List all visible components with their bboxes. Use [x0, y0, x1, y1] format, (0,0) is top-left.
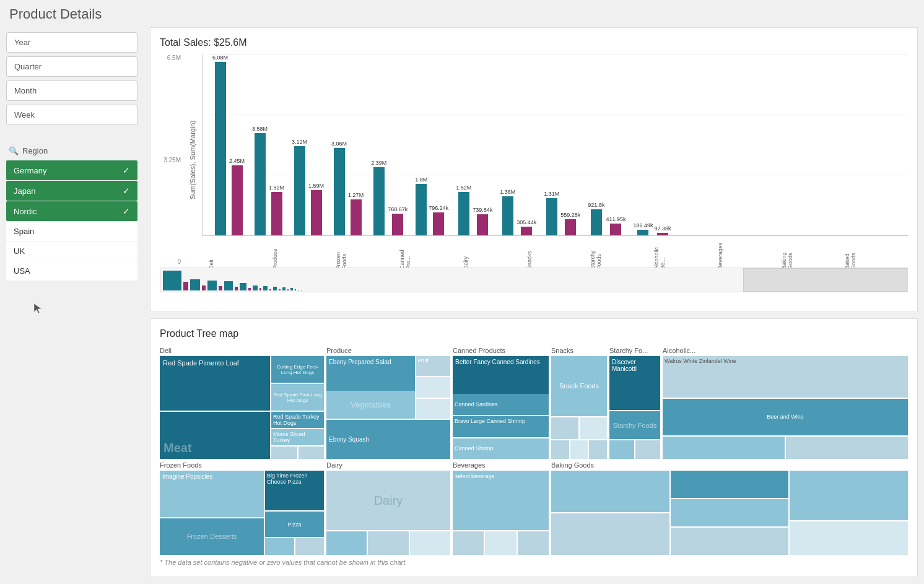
chart-minimap[interactable] — [160, 268, 908, 292]
region-item-spain[interactable]: Spain — [6, 222, 137, 241]
bar-canned-margin — [351, 199, 362, 235]
region-item-usa[interactable]: USA — [6, 261, 137, 281]
treemap-cell-baking1[interactable] — [551, 471, 669, 512]
treemap-cell-turkey-hotdogs[interactable]: Red Spade Turkey Hot Dogs — [271, 412, 324, 428]
bar-group-baking[interactable]: 921.8k 411.95k — [584, 202, 629, 235]
bar-produce-sales — [255, 133, 266, 235]
treemap-cell-baking5[interactable] — [671, 528, 789, 555]
bar-group-snacks[interactable]: 1.8M 796.24k — [411, 177, 452, 235]
treemap-cell-bev-sub1[interactable] — [453, 531, 484, 555]
bar-group-canned[interactable]: 3.06M 1.27M — [328, 141, 367, 235]
bar-group-frozen[interactable]: 3.12M 1.59M — [288, 139, 328, 235]
treemap-cell-bev-sub3[interactable] — [518, 531, 549, 555]
treemap-cell-deli-small1[interactable] — [271, 447, 297, 459]
treemap-produce[interactable]: Produce Ebony Prepared Salad Vegetables … — [326, 347, 450, 459]
treemap-cell-canned-shrimp[interactable]: Canned Shrimp — [453, 438, 549, 460]
bar-starchy-margin — [477, 214, 488, 235]
bar-label-canned-sales: 3.06M — [331, 141, 347, 147]
treemap-cell-red-spade-pimento[interactable]: Red Spade Pimento Loaf — [160, 356, 270, 411]
treemap-cell-cheese-pizza[interactable]: Big Time Frozen Cheese Pizza — [265, 471, 324, 510]
region-list: Germany ✓ Japan ✓ Nordic ✓ Spain UK — [6, 160, 137, 281]
treemap-cell-canned-sardines[interactable]: Canned Sardines — [453, 394, 549, 414]
treemap-cell-pizza[interactable]: Pizza — [265, 512, 324, 537]
bar-group-beverages[interactable]: 1.31M 559.28k — [540, 191, 584, 235]
treemap-cell-snacks-small5[interactable] — [589, 440, 607, 459]
treemap-cell-alc-small2[interactable] — [786, 437, 908, 460]
filter-quarter[interactable]: Quarter — [6, 56, 137, 77]
treemap-cell-frozen-small2[interactable] — [295, 538, 325, 555]
treemap-alcoholic[interactable]: Alcoholic... Walrus White Zinfandel Wine… — [663, 347, 908, 459]
bar-label-baking-sales: 921.8k — [588, 202, 604, 208]
treemap-cell-starchy-small2[interactable] — [635, 440, 660, 459]
bar-group-deli[interactable]: 6.08M 2.45M — [209, 54, 248, 235]
treemap-baking[interactable]: Baking Goods — [551, 461, 908, 555]
treemap-cell-snack-foods[interactable]: Snack Foods — [551, 356, 607, 416]
treemap-cell-zinfandel[interactable]: Walrus White Zinfandel Wine — [663, 356, 908, 398]
region-item-uk[interactable]: UK — [6, 242, 137, 261]
treemap-cell-vegetables[interactable]: Vegetables — [326, 391, 415, 419]
treemap-cell-dairy[interactable]: Dairy — [326, 471, 450, 530]
treemap-cell-frozen-small1[interactable] — [265, 538, 294, 555]
treemap-frozen[interactable]: Frozen Foods Imagine Popsicles Frozen De… — [160, 461, 324, 555]
region-label-japan: Japan — [14, 186, 35, 196]
treemap-cell-starchy-foods[interactable]: Starchy Foods — [609, 411, 660, 440]
treemap-cell-dairy-sub3[interactable] — [410, 531, 450, 555]
treemap-cell-baking7[interactable] — [790, 521, 908, 555]
bar-label-frozen-sales: 3.12M — [292, 139, 307, 145]
treemap-cell-red-spade-footlong[interactable]: Red Spade Foot-Long Hot Dogs — [271, 384, 324, 411]
bar-group-produce[interactable]: 3.58M 1.52M — [248, 126, 288, 235]
region-label-uk: UK — [14, 246, 25, 256]
treemap-cell-produce-small[interactable] — [416, 377, 450, 397]
treemap-cell-beer-wine[interactable]: Beer and Wine — [663, 399, 908, 435]
treemap-cell-ebony-squash[interactable]: Ebony Squash — [326, 420, 450, 459]
bar-group-starchy[interactable]: 1.52M 739.84k — [452, 185, 496, 235]
treemap-cell-produce-small2[interactable] — [416, 399, 450, 419]
region-item-nordic[interactable]: Nordic ✓ — [6, 201, 137, 221]
region-item-japan[interactable]: Japan ✓ — [6, 181, 137, 201]
treemap-cell-meat[interactable]: Meat — [160, 412, 270, 459]
region-item-germany[interactable]: Germany ✓ — [6, 160, 137, 180]
treemap-starchy[interactable]: Starchy Fo... Discover Manicotti Starchy… — [609, 347, 660, 459]
filter-year[interactable]: Year — [6, 32, 137, 53]
treemap-cell-baking3[interactable] — [671, 471, 789, 498]
bar-group-baked[interactable]: 186.49k 97.38k — [629, 222, 674, 235]
filter-month[interactable]: Month — [6, 81, 137, 101]
treemap-deli[interactable]: Deli Red Spade Pimento Loaf Cutting Edge… — [160, 347, 324, 459]
treemap-cell-snacks-small1[interactable] — [551, 417, 578, 440]
treemap-cell-dairy-sub2[interactable] — [368, 531, 408, 555]
treemap-cell-snacks-small3[interactable] — [551, 440, 569, 459]
bars-container: 6.08M 2.45M 3.58M — [202, 54, 908, 236]
treemap-cell-starchy-small1[interactable] — [609, 440, 634, 459]
bar-group-dairy[interactable]: 2.39M 768.67k — [367, 160, 411, 235]
treemap-cell-baking4[interactable] — [671, 499, 789, 526]
treemap-cell-deli-small2[interactable] — [299, 447, 325, 459]
region-label-usa: USA — [14, 266, 30, 276]
treemap-canned[interactable]: Canned Products Better Fancy Canned Sard… — [453, 347, 549, 459]
bar-label-dairy-sales: 2.39M — [371, 160, 386, 166]
bar-group-alcoholic[interactable]: 1.36M 305.44k — [496, 189, 540, 235]
treemap-cell-manicotti[interactable]: Discover Manicotti — [609, 356, 660, 410]
treemap-cell-bravo-shrimp[interactable]: Bravo Large Canned Shrimp — [453, 416, 549, 437]
treemap-cell-snacks-small2[interactable] — [580, 417, 607, 440]
treemap-cell-alc-small1[interactable] — [663, 437, 785, 460]
treemap-cell-popsicles[interactable]: Imagine Popsicles — [160, 471, 264, 517]
treemap-dairy[interactable]: Dairy Dairy — [326, 461, 450, 555]
treemap-cell-frozen-desserts[interactable]: Frozen Desserts — [160, 518, 264, 555]
checkmark-icon: ✓ — [123, 165, 130, 175]
treemap-cell-cutting-edge[interactable]: Cutting Edge Foot-Long Hot Dogs — [271, 356, 324, 383]
treemap-beverages[interactable]: Beverages select beverage — [453, 461, 549, 555]
scroll-thumb[interactable] — [743, 268, 907, 292]
treemap-cell-better-sardines[interactable]: Better Fancy Canned Sardines — [453, 356, 549, 393]
treemap-cell-moms-turkey[interactable]: Moms Sliced Turkey — [271, 429, 324, 445]
treemap-cell-bev-sub2[interactable] — [485, 531, 516, 555]
treemap-cell-beverages-main[interactable]: select beverage — [453, 471, 549, 530]
treemap-cell-dairy-sub1[interactable] — [326, 531, 367, 555]
bar-deli-margin — [232, 165, 243, 235]
treemap-cell-ebony-salad[interactable]: Ebony Prepared Salad — [326, 356, 415, 390]
treemap-snacks[interactable]: Snacks Snack Foods — [551, 347, 607, 459]
treemap-cell-baking2[interactable] — [551, 513, 669, 555]
filter-week[interactable]: Week — [6, 105, 137, 125]
treemap-cell-snacks-small4[interactable] — [570, 440, 588, 459]
treemap-cell-baking6[interactable] — [790, 471, 908, 520]
treemap-cell-fruit[interactable]: Fruit — [416, 356, 450, 376]
